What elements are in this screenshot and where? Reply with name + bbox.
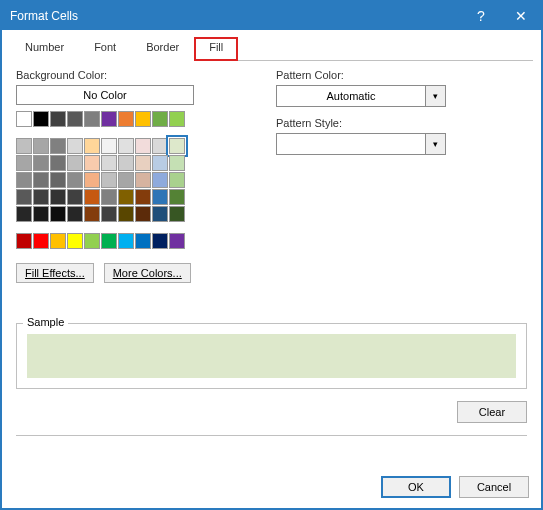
color-swatch[interactable] <box>84 189 100 205</box>
color-swatch[interactable] <box>84 233 100 249</box>
color-swatch[interactable] <box>67 138 83 154</box>
pattern-style-value <box>277 134 425 154</box>
color-swatch[interactable] <box>67 206 83 222</box>
color-swatch[interactable] <box>169 233 185 249</box>
pattern-style-combo[interactable]: ▾ <box>276 133 446 155</box>
color-swatch[interactable] <box>33 233 49 249</box>
color-palette <box>16 111 266 249</box>
color-swatch[interactable] <box>67 155 83 171</box>
color-swatch[interactable] <box>152 172 168 188</box>
color-swatch[interactable] <box>16 155 32 171</box>
chevron-down-icon[interactable]: ▾ <box>425 86 445 106</box>
color-swatch[interactable] <box>33 155 49 171</box>
color-swatch[interactable] <box>135 155 151 171</box>
pattern-color-combo[interactable]: Automatic ▾ <box>276 85 446 107</box>
color-swatch[interactable] <box>33 138 49 154</box>
color-swatch[interactable] <box>118 138 134 154</box>
color-swatch[interactable] <box>169 138 185 154</box>
color-swatch[interactable] <box>135 111 151 127</box>
color-swatch[interactable] <box>118 206 134 222</box>
color-swatch[interactable] <box>101 138 117 154</box>
color-swatch[interactable] <box>16 138 32 154</box>
color-swatch[interactable] <box>50 138 66 154</box>
color-swatch[interactable] <box>50 111 66 127</box>
color-swatch[interactable] <box>33 111 49 127</box>
separator <box>16 435 527 436</box>
color-swatch[interactable] <box>101 155 117 171</box>
color-swatch[interactable] <box>152 155 168 171</box>
color-swatch[interactable] <box>152 233 168 249</box>
color-swatch[interactable] <box>16 172 32 188</box>
color-swatch[interactable] <box>84 206 100 222</box>
color-swatch[interactable] <box>152 138 168 154</box>
color-swatch[interactable] <box>135 189 151 205</box>
color-swatch[interactable] <box>16 111 32 127</box>
color-swatch[interactable] <box>135 206 151 222</box>
color-swatch[interactable] <box>33 206 49 222</box>
pattern-color-value: Automatic <box>277 86 425 106</box>
color-swatch[interactable] <box>169 155 185 171</box>
color-swatch[interactable] <box>50 155 66 171</box>
color-swatch[interactable] <box>50 206 66 222</box>
color-swatch[interactable] <box>135 172 151 188</box>
color-swatch[interactable] <box>169 206 185 222</box>
color-swatch[interactable] <box>101 189 117 205</box>
color-swatch[interactable] <box>16 189 32 205</box>
color-swatch[interactable] <box>84 111 100 127</box>
color-swatch[interactable] <box>84 172 100 188</box>
fill-effects-button[interactable]: Fill Effects... <box>16 263 94 283</box>
color-swatch[interactable] <box>84 138 100 154</box>
color-swatch[interactable] <box>169 189 185 205</box>
color-swatch[interactable] <box>16 233 32 249</box>
color-swatch[interactable] <box>152 206 168 222</box>
chevron-down-icon[interactable]: ▾ <box>425 134 445 154</box>
help-button[interactable]: ? <box>461 2 501 30</box>
tab-strip: Number Font Border Fill <box>2 30 541 60</box>
sample-group: Sample <box>16 323 527 389</box>
color-swatch[interactable] <box>135 233 151 249</box>
more-colors-button[interactable]: More Colors... <box>104 263 191 283</box>
color-swatch[interactable] <box>50 233 66 249</box>
color-swatch[interactable] <box>118 189 134 205</box>
pattern-color-label: Pattern Color: <box>276 69 527 81</box>
color-swatch[interactable] <box>101 206 117 222</box>
color-swatch[interactable] <box>16 206 32 222</box>
titlebar[interactable]: Format Cells ? ✕ <box>2 2 541 30</box>
bgcolor-label: Background Color: <box>16 69 266 81</box>
color-swatch[interactable] <box>101 172 117 188</box>
pattern-style-label: Pattern Style: <box>276 117 527 129</box>
color-swatch[interactable] <box>152 111 168 127</box>
color-swatch[interactable] <box>118 155 134 171</box>
clear-button[interactable]: Clear <box>457 401 527 423</box>
color-swatch[interactable] <box>118 111 134 127</box>
color-swatch[interactable] <box>67 189 83 205</box>
color-swatch[interactable] <box>50 172 66 188</box>
tab-border[interactable]: Border <box>131 37 194 61</box>
color-swatch[interactable] <box>118 172 134 188</box>
close-button[interactable]: ✕ <box>501 2 541 30</box>
color-swatch[interactable] <box>101 111 117 127</box>
color-swatch[interactable] <box>101 233 117 249</box>
color-swatch[interactable] <box>33 172 49 188</box>
color-swatch[interactable] <box>84 155 100 171</box>
tab-number[interactable]: Number <box>10 37 79 61</box>
color-swatch[interactable] <box>33 189 49 205</box>
tab-fill[interactable]: Fill <box>194 37 238 61</box>
color-swatch[interactable] <box>67 111 83 127</box>
color-swatch[interactable] <box>50 189 66 205</box>
color-swatch[interactable] <box>118 233 134 249</box>
sample-preview <box>27 334 516 378</box>
ok-button[interactable]: OK <box>381 476 451 498</box>
color-swatch[interactable] <box>152 189 168 205</box>
tab-font[interactable]: Font <box>79 37 131 61</box>
sample-label: Sample <box>23 316 68 328</box>
color-swatch[interactable] <box>169 172 185 188</box>
color-swatch[interactable] <box>67 172 83 188</box>
color-swatch[interactable] <box>135 138 151 154</box>
color-swatch[interactable] <box>169 111 185 127</box>
dialog-title: Format Cells <box>10 9 461 23</box>
no-color-button[interactable]: No Color <box>16 85 194 105</box>
cancel-button[interactable]: Cancel <box>459 476 529 498</box>
color-swatch[interactable] <box>67 233 83 249</box>
